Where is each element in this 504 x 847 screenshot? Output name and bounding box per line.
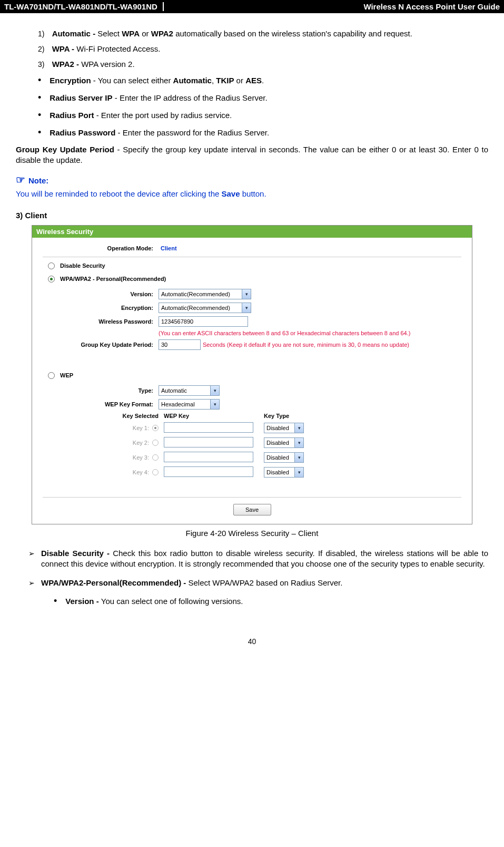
radio-disable-security[interactable]: Disable Security	[48, 262, 461, 269]
group-key-input[interactable]: 30	[159, 339, 201, 350]
radio-icon	[48, 262, 55, 269]
list-item: WPA/WPA2-Personal(Recommended) - Select …	[28, 578, 488, 608]
save-button[interactable]: Save	[233, 504, 271, 515]
header-banner: TL-WA701ND/TL-WA801ND/TL-WA901ND Wireles…	[0, 0, 504, 13]
radio-icon[interactable]	[152, 425, 159, 431]
chevron-down-icon: ▾	[294, 438, 303, 447]
operation-mode-label: Operation Mode:	[43, 245, 159, 251]
numbered-list: 1) Automatic - Select WPA or WPA2 automa…	[16, 29, 488, 69]
password-hint: (You can enter ASCII characters between …	[159, 330, 461, 336]
encryption-select[interactable]: Automatic(Recommended) ▾	[159, 303, 251, 313]
figure-caption: Figure 4-20 Wireless Security – Client	[16, 529, 488, 538]
wep-row: Key 1: Disabled▾	[80, 422, 461, 434]
chevron-down-icon: ▾	[210, 386, 219, 395]
wep-key3-type-select[interactable]: Disabled▾	[264, 452, 304, 463]
note-body: You will be reminded to reboot the devic…	[16, 189, 488, 198]
col-wep-key: WEP Key	[164, 413, 264, 419]
radio-wep[interactable]: WEP	[48, 372, 461, 379]
list-item: 2) WPA - Wi-Fi Protected Access.	[38, 44, 488, 53]
bullet-list: Encryption - You can select either Autom…	[16, 75, 488, 138]
arrow-list: Disable Security - Check this box radio …	[16, 548, 488, 608]
list-item: Disable Security - Check this box radio …	[28, 548, 488, 570]
wep-key1-input[interactable]	[164, 422, 253, 433]
guide-title: Wireless N Access Point User Guide	[363, 2, 500, 11]
panel-title: Wireless Security	[32, 226, 472, 238]
wireless-password-input[interactable]: 1234567890	[159, 316, 248, 327]
chevron-down-icon: ▾	[242, 289, 251, 299]
type-label: Type:	[43, 387, 159, 394]
model-number: TL-WA701ND/TL-WA801ND/TL-WA901ND	[4, 2, 164, 11]
encryption-label: Encryption:	[43, 305, 159, 311]
radio-icon[interactable]	[152, 454, 159, 461]
group-key-hint: Seconds (Keep it default if you are not …	[203, 342, 409, 348]
radio-icon	[48, 372, 55, 379]
wep-key1-type-select[interactable]: Disabled▾	[264, 423, 304, 433]
page-number: 40	[0, 627, 504, 656]
radio-icon	[48, 276, 55, 283]
sub-bullet-list: Version - You can select one of followin…	[41, 595, 488, 607]
operation-mode-value: Client	[159, 245, 177, 251]
wep-key4-type-select[interactable]: Disabled▾	[264, 467, 304, 478]
chevron-down-icon: ▾	[294, 423, 303, 433]
list-item: 1) Automatic - Select WPA or WPA2 automa…	[38, 29, 488, 38]
chevron-down-icon: ▾	[294, 453, 303, 462]
wep-row: Key 2: Disabled▾	[80, 437, 461, 449]
radio-wpa-personal[interactable]: WPA/WPA2 - Personal(Recommended)	[48, 276, 461, 283]
wep-key-table: Key Selected WEP Key Key Type Key 1: Dis…	[80, 413, 461, 478]
group-key-paragraph: Group Key Update Period - Specify the gr…	[16, 144, 488, 166]
wep-format-select[interactable]: Hexadecimal ▾	[159, 399, 220, 410]
chevron-down-icon: ▾	[242, 303, 251, 313]
note-heading: ☞Note:	[16, 173, 488, 186]
wireless-password-label: Wireless Password:	[43, 318, 159, 325]
radio-icon[interactable]	[152, 469, 159, 475]
list-item: Version - You can select one of followin…	[54, 595, 488, 607]
chevron-down-icon: ▾	[294, 468, 303, 477]
radio-icon[interactable]	[152, 440, 159, 446]
wep-key3-input[interactable]	[164, 452, 253, 462]
list-item: Encryption - You can select either Autom…	[38, 75, 488, 86]
version-select[interactable]: Automatic(Recommended) ▾	[159, 289, 251, 299]
pointing-hand-icon: ☞	[16, 174, 25, 186]
list-item: Radius Port - Enter the port used by rad…	[38, 110, 488, 121]
section-heading-client: 3) Client	[16, 211, 488, 220]
col-key-selected: Key Selected	[80, 413, 164, 419]
type-select[interactable]: Automatic ▾	[159, 385, 220, 396]
col-key-type: Key Type	[264, 413, 327, 419]
list-item: Radius Server IP - Enter the IP address …	[38, 92, 488, 103]
wep-key2-type-select[interactable]: Disabled▾	[264, 437, 304, 448]
chevron-down-icon: ▾	[210, 400, 219, 409]
wep-key4-input[interactable]	[164, 466, 253, 477]
group-key-label: Group Key Update Period:	[43, 342, 159, 348]
wep-row: Key 3: Disabled▾	[80, 452, 461, 463]
version-label: Version:	[43, 291, 159, 297]
list-item: Radius Password - Enter the password for…	[38, 127, 488, 138]
wep-key2-input[interactable]	[164, 437, 253, 447]
wep-format-label: WEP Key Format:	[43, 401, 159, 407]
screenshot-wireless-security: Wireless Security Operation Mode: Client…	[32, 225, 472, 524]
list-item: 3) WPA2 - WPA version 2.	[38, 60, 488, 69]
wep-row: Key 4: Disabled▾	[80, 466, 461, 478]
